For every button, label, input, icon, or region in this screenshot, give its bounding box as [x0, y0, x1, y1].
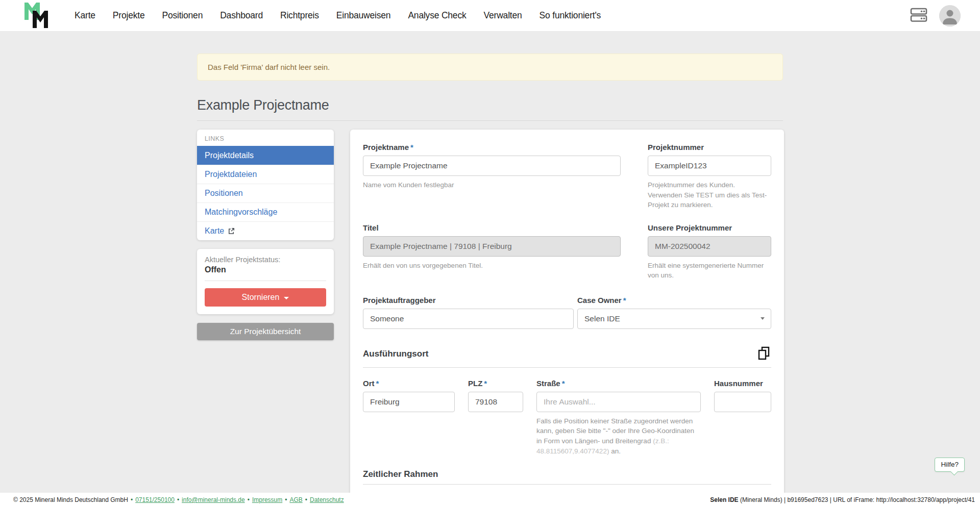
required-marker: * — [484, 379, 487, 388]
hausnummer-label: Hausnummer — [714, 379, 771, 388]
alert-text: Das Feld 'Firma' darf nicht leer sein. — [208, 63, 330, 71]
page-title: Example Projectname — [197, 97, 783, 113]
mineral-minds-logo[interactable] — [20, 2, 53, 30]
titel-input — [363, 236, 621, 257]
sidebar-item-karte[interactable]: Karte — [197, 221, 334, 240]
copy-icon — [757, 346, 770, 360]
footer-separator: • — [131, 496, 133, 503]
stornieren-button[interactable]: Stornieren — [205, 288, 326, 307]
status-label: Aktueller Projektstatus: — [205, 256, 326, 264]
projektname-input[interactable] — [363, 156, 621, 176]
section-zeitlicher-rahmen: Zeitlicher Rahmen — [363, 469, 438, 479]
field-plz: PLZ* — [468, 379, 523, 456]
nav-item-projekte[interactable]: Projekte — [113, 10, 145, 21]
footer-separator: • — [285, 496, 287, 503]
sidebar-item-label: Projektdateien — [205, 170, 257, 179]
zur-projektuebersicht-button[interactable]: Zur Projektübersicht — [197, 323, 334, 340]
sidebar: LINKS Projektdetails Projektdateien Posi… — [197, 130, 334, 340]
server-rack-icon[interactable] — [910, 7, 928, 25]
plz-input[interactable] — [468, 392, 523, 412]
titel-label: Titel — [363, 223, 621, 232]
project-status-card: Aktueller Projektstatus: Offen Storniere… — [197, 249, 334, 314]
strasse-input[interactable] — [536, 392, 701, 412]
nav-item-dashboard[interactable]: Dashboard — [220, 10, 263, 21]
stornieren-label: Stornieren — [242, 293, 280, 302]
section-ausfuehrungsort: Ausführungsort — [363, 349, 428, 359]
strasse-label: Straße* — [536, 379, 701, 388]
field-projektauftraggeber: Projektauftraggeber — [363, 296, 574, 329]
nav-item-positionen[interactable]: Positionen — [162, 10, 203, 21]
status-divider — [205, 281, 326, 281]
nav-item-verwalten[interactable]: Verwalten — [484, 10, 522, 21]
projektauftraggeber-label: Projektauftraggeber — [363, 296, 574, 305]
links-header: LINKS — [197, 130, 334, 146]
title-divider — [197, 120, 783, 121]
nav-item-richtpreis[interactable]: Richtpreis — [280, 10, 319, 21]
footer-phone-link[interactable]: 07151/250100 — [135, 496, 175, 503]
sidebar-item-projektdetails[interactable]: Projektdetails — [197, 146, 334, 165]
validation-alert: Das Feld 'Firma' darf nicht leer sein. — [197, 54, 783, 81]
navbar-right — [910, 5, 961, 27]
required-marker: * — [376, 379, 379, 388]
footer-copyright: © 2025 Mineral Minds Deutschland GmbH — [13, 496, 128, 503]
nav-item-so-funktionierts[interactable]: So funktioniert's — [540, 10, 601, 21]
footer-datenschutz-link[interactable]: Datenschutz — [310, 496, 344, 503]
sidebar-item-label: Positionen — [205, 189, 243, 198]
sidebar-item-positionen[interactable]: Positionen — [197, 184, 334, 202]
field-strasse: Straße* Falls die Position keiner Straße… — [536, 379, 701, 456]
unsere-projektnummer-help: Erhält eine systemgenerierte Nummer von … — [648, 261, 771, 281]
sidebar-item-projektdateien[interactable]: Projektdateien — [197, 165, 334, 184]
required-marker: * — [623, 296, 626, 305]
sidebar-item-label: Matchingvorschläge — [205, 208, 277, 217]
nav-links: Karte Projekte Positionen Dashboard Rich… — [75, 10, 601, 21]
nav-item-analyse-check[interactable]: Analyse Check — [408, 10, 466, 21]
project-details-form: Projektname* Name vom Kunden festlegbar … — [350, 130, 784, 507]
plz-label: PLZ* — [468, 379, 523, 388]
nav-item-einbauweisen[interactable]: Einbauweisen — [336, 10, 391, 21]
sidebar-item-label: Projektdetails — [205, 151, 254, 160]
top-navbar: Karte Projekte Positionen Dashboard Rich… — [0, 0, 980, 32]
logo-icon — [20, 2, 53, 30]
field-ort: Ort* — [363, 379, 455, 456]
footer-user: Selen IDE — [710, 496, 738, 503]
projektnummer-input[interactable] — [648, 156, 771, 176]
status-value: Offen — [205, 265, 326, 274]
nav-item-karte[interactable]: Karte — [75, 10, 95, 21]
footer-impressum-link[interactable]: Impressum — [252, 496, 282, 503]
titel-help: Erhält den von uns vorgegebenen Titel. — [363, 261, 621, 271]
user-avatar-icon[interactable] — [939, 5, 961, 27]
field-projektnummer: Projektnummer Projektnummer des Kunden. … — [648, 143, 771, 210]
projektname-label: Projektname* — [363, 143, 621, 151]
chevron-down-icon — [761, 317, 765, 320]
unsere-projektnummer-label: Unsere Projektnummer — [648, 223, 771, 232]
case-owner-selected-value: Selen IDE — [584, 314, 620, 323]
section-divider — [363, 484, 771, 485]
section-divider — [363, 367, 771, 368]
field-unsere-projektnummer: Unsere Projektnummer Erhält eine systemg… — [648, 223, 771, 281]
hausnummer-input[interactable] — [714, 392, 771, 412]
footer-session-info: Selen IDE (Mineral Minds) | b91695ed7623… — [710, 496, 975, 503]
footer-separator: • — [305, 496, 307, 503]
field-case-owner: Case Owner* Selen IDE — [577, 296, 771, 329]
sidebar-item-matchingvorschlaege[interactable]: Matchingvorschläge — [197, 202, 334, 221]
sidebar-item-label: Karte — [205, 226, 224, 236]
projektauftraggeber-input[interactable] — [363, 309, 574, 329]
footer-separator: • — [248, 496, 250, 503]
projektnummer-help: Projektnummer des Kunden. Verwenden Sie … — [648, 180, 771, 210]
links-card: LINKS Projektdetails Projektdateien Posi… — [197, 130, 334, 240]
ort-label: Ort* — [363, 379, 455, 388]
footer-email-link[interactable]: info@mineral-minds.de — [182, 496, 245, 503]
case-owner-select[interactable]: Selen IDE — [577, 309, 771, 329]
footer-separator: • — [177, 496, 179, 503]
projektname-help: Name vom Kunden festlegbar — [363, 180, 621, 190]
field-projektname: Projektname* Name vom Kunden festlegbar — [363, 143, 621, 210]
copy-address-button[interactable] — [756, 345, 771, 363]
ort-input[interactable] — [363, 392, 455, 412]
hilfe-button[interactable]: Hilfe? — [935, 458, 965, 472]
field-hausnummer: Hausnummer — [714, 379, 771, 456]
case-owner-label: Case Owner* — [577, 296, 771, 305]
footer-agb-link[interactable]: AGB — [289, 496, 302, 503]
external-link-icon — [228, 227, 235, 235]
field-titel: Titel Erhält den von uns vorgegebenen Ti… — [363, 223, 621, 281]
unsere-projektnummer-input — [648, 236, 771, 257]
